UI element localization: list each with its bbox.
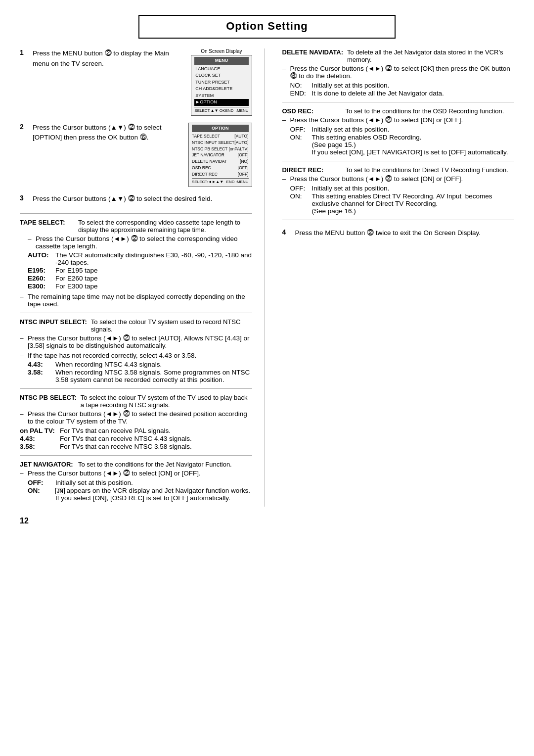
tape-remaining-note: The remaining tape time may not be displ…	[28, 293, 252, 308]
step-2: 2 Press the Cursor buttons (▲▼) ⓶ to sel…	[20, 123, 252, 188]
direct-rec-section: DIRECT REC: To set to the conditions for…	[282, 166, 515, 215]
divider-osd-rec	[282, 102, 515, 102]
osd-rec-bullet: Press the Cursor buttons (◄►) ⓶ to selec…	[290, 116, 463, 124]
step-2-image: OPTION TAPE SELECT[AUTO] NTSC INPUT SELE…	[188, 123, 252, 188]
jet-nav-section: JET NAVIGATOR: To set to the conditions …	[20, 461, 252, 502]
ntsc-input-desc: To select the colour TV system used to r…	[91, 318, 252, 333]
step-1-text: Press the MENU button ⓶ to display the M…	[33, 48, 186, 69]
step-4-text: Press the MENU button ⓶ twice to exit th…	[295, 228, 515, 238]
step-3: 3 Press the Cursor buttons (▲▼) ⓶ to sel…	[20, 194, 252, 206]
tape-select-bullet: Press the Cursor buttons (◄►) ⓶ to selec…	[36, 235, 252, 250]
jn-icon: JN	[55, 488, 65, 494]
jet-nav-bullet: Press the Cursor buttons (◄►) ⓶ to selec…	[28, 470, 201, 477]
step-4-number: 4	[282, 228, 291, 236]
direct-rec-label: DIRECT REC:	[282, 166, 342, 174]
step-4: 4 Press the MENU button ⓶ twice to exit …	[282, 228, 515, 240]
direct-rec-desc: To set to the conditions for Direct TV R…	[346, 166, 515, 174]
divider-direct-rec	[282, 161, 515, 161]
step-1-image: On Screen Display MENU LANGUAGE CLOCK SE…	[191, 48, 252, 116]
menu-display-1: MENU LANGUAGE CLOCK SET TUNER PRESET CH …	[191, 55, 252, 116]
step-1: 1 Press the MENU button ⓶ to display the…	[20, 48, 252, 116]
tape-select-desc: To select the corresponding video casset…	[78, 219, 252, 234]
osd-rec-section: OSD REC: To set to the conditions for th…	[282, 107, 515, 156]
page-number: 12	[20, 517, 514, 525]
left-column: 1 Press the MENU button ⓶ to display the…	[20, 48, 265, 507]
step-3-text: Press the Cursor buttons (▲▼) ⓶ to selec…	[33, 194, 252, 204]
ntsc-pb-desc: To select the colour TV system of the TV…	[81, 394, 252, 409]
step-1-number: 1	[20, 48, 29, 56]
ntsc-pb-section: NTSC PB SELECT: To select the colour TV …	[20, 394, 252, 450]
jet-nav-desc: To set to the conditions for the Jet Nav…	[78, 461, 252, 468]
jet-nav-label: JET NAVIGATOR:	[20, 461, 74, 468]
osd-rec-label: OSD REC:	[282, 107, 342, 115]
divider-jet-nav	[20, 455, 252, 456]
ntsc-input-bullet: Press the Cursor buttons (◄►) ⓶ to selec…	[28, 334, 252, 349]
ntsc-pb-bullet: Press the Cursor buttons (◄►) ⓶ to selec…	[28, 410, 252, 425]
osd-rec-desc: To set to the conditions for the OSD Rec…	[346, 107, 515, 115]
step-2-number: 2	[20, 123, 29, 131]
delete-navidata-section: DELETE NAVIDATA: To delete all the Jet N…	[282, 48, 515, 97]
tape-select-label: TAPE SELECT:	[20, 219, 74, 234]
option-display: OPTION TAPE SELECT[AUTO] NTSC INPUT SELE…	[188, 123, 252, 188]
divider-ntsc-pb	[20, 388, 252, 389]
step-2-text: Press the Cursor buttons (▲▼) ⓶ to selec…	[33, 123, 183, 143]
ntsc-input-section: NTSC INPUT SELECT: To select the colour …	[20, 318, 252, 383]
divider-tape	[20, 213, 252, 214]
right-column: DELETE NAVIDATA: To delete all the Jet N…	[280, 48, 515, 507]
divider-ntsc-input	[20, 313, 252, 313]
ntsc-pb-label: NTSC PB SELECT:	[20, 394, 77, 409]
delete-navidata-bullet: Press the Cursor buttons (◄►) ⓶ to selec…	[290, 65, 515, 80]
page-title: Option Setting	[149, 20, 385, 33]
tape-select-section: TAPE SELECT: To select the corresponding…	[20, 219, 252, 308]
delete-navidata-desc: To delete all the Jet Navigator data sto…	[347, 48, 514, 63]
ntsc-input-label: NTSC INPUT SELECT:	[20, 318, 87, 333]
delete-navidata-label: DELETE NAVIDATA:	[282, 48, 344, 63]
page-title-box: Option Setting	[138, 15, 396, 39]
step-3-number: 3	[20, 194, 29, 202]
direct-rec-bullet: Press the Cursor buttons (◄►) ⓶ to selec…	[290, 175, 463, 183]
divider-step4	[282, 220, 515, 220]
on-screen-label: On Screen Display	[201, 48, 242, 54]
